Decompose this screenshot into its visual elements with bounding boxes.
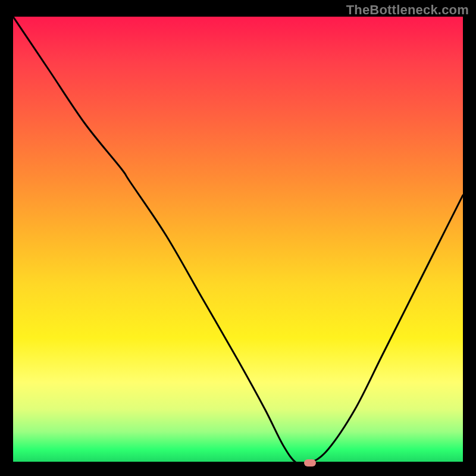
chart-frame: TheBottleneck.com [0,0,476,476]
bottleneck-curve [13,17,463,463]
optimal-marker [304,459,316,466]
watermark-text: TheBottleneck.com [346,2,469,18]
plot-area [13,17,463,463]
